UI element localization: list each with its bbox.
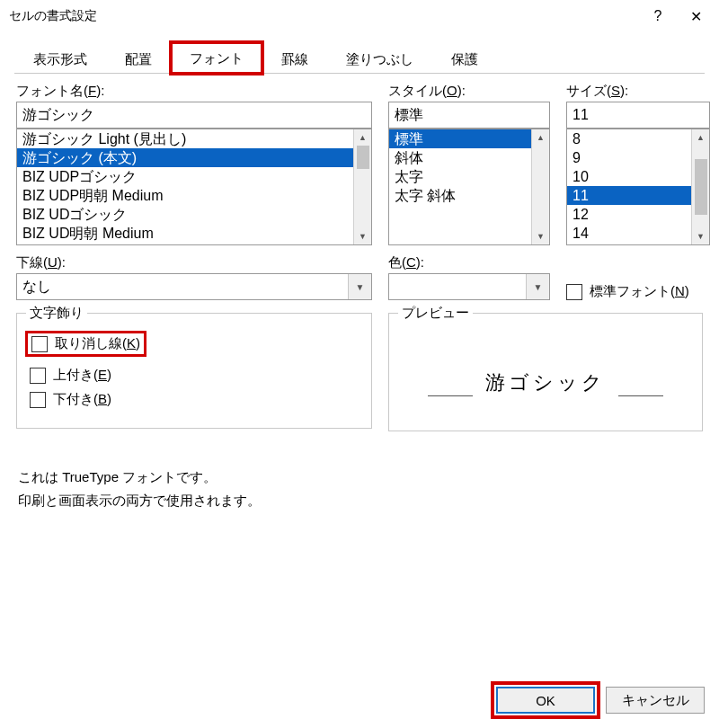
list-item[interactable]: BIZ UDPゴシック (17, 167, 353, 186)
preview-legend: プレビュー (398, 305, 473, 322)
font-name-listbox[interactable]: 游ゴシック Light (見出し) 游ゴシック (本文) BIZ UDPゴシック… (16, 129, 372, 245)
scroll-down-icon[interactable]: ▼ (532, 228, 549, 244)
ok-button[interactable]: OK (496, 687, 595, 714)
scroll-up-icon[interactable]: ▲ (532, 129, 549, 146)
list-item[interactable]: 10 (567, 167, 691, 186)
list-item[interactable]: BIZ UDゴシック (17, 205, 353, 224)
tab-protection[interactable]: 保護 (432, 43, 497, 74)
subscript-checkbox[interactable]: 下付き(B) (30, 391, 359, 408)
tab-border[interactable]: 罫線 (262, 43, 327, 74)
font-name-scrollbar[interactable]: ▲ ▼ (353, 129, 371, 244)
scroll-thumb[interactable] (357, 146, 369, 169)
underline-combobox[interactable]: なし ▼ (16, 273, 372, 300)
tab-number-format[interactable]: 表示形式 (14, 43, 106, 74)
size-input[interactable] (566, 102, 710, 129)
list-item[interactable]: 14 (567, 224, 691, 243)
effects-groupbox: 文字飾り 取り消し線(K) 上付き(E) 下付き(B) (16, 313, 372, 429)
style-input[interactable] (388, 102, 550, 129)
underline-label: 下線(U): (16, 254, 372, 271)
size-listbox[interactable]: 8 9 10 11 12 14 ▲ ▼ (566, 129, 710, 245)
style-label: スタイル(O): (388, 83, 550, 100)
list-item[interactable]: 游ゴシック (本文) (17, 148, 353, 167)
list-item[interactable]: 12 (567, 205, 691, 224)
list-item[interactable]: 游ゴシック Light (見出し) (17, 129, 353, 148)
button-bar: OK キャンセル (496, 687, 705, 714)
list-item[interactable]: 標準 (389, 129, 531, 148)
superscript-checkbox[interactable]: 上付き(E) (30, 367, 359, 384)
font-name-input[interactable] (16, 102, 372, 129)
checkbox-icon (566, 284, 582, 300)
preview-text: 游ゴシック (485, 369, 606, 396)
list-item[interactable]: 8 (567, 129, 691, 148)
list-item[interactable]: 11 (567, 186, 691, 205)
list-item[interactable]: 太字 (389, 167, 531, 186)
list-item[interactable]: BIZ UDP明朝 Medium (17, 186, 353, 205)
style-listbox[interactable]: 標準 斜体 太字 太字 斜体 ▲ ▼ (388, 129, 550, 245)
size-scrollbar[interactable]: ▲ ▼ (691, 129, 709, 244)
tab-alignment[interactable]: 配置 (106, 43, 171, 74)
color-label: 色(C): (388, 254, 550, 271)
strikethrough-checkbox[interactable]: 取り消し線(K) (30, 335, 142, 352)
size-label: サイズ(S): (566, 83, 710, 100)
format-cells-dialog: セルの書式設定 ? ✕ 表示形式 配置 フォント 罫線 塗りつぶし 保護 フォン… (0, 0, 719, 728)
style-scrollbar[interactable]: ▲ ▼ (531, 129, 549, 244)
normal-font-checkbox[interactable]: 標準フォント(N) (566, 283, 689, 300)
scroll-up-icon[interactable]: ▲ (692, 129, 709, 146)
scroll-thumb[interactable] (695, 159, 707, 215)
list-item[interactable]: BIZ UD明朝 Medium (17, 224, 353, 243)
color-combobox[interactable]: ▼ (388, 273, 550, 300)
preview-line-right (618, 395, 663, 396)
cancel-button[interactable]: キャンセル (606, 687, 705, 714)
dialog-title: セルの書式設定 (9, 8, 97, 24)
list-item[interactable]: 9 (567, 148, 691, 167)
preview-groupbox: プレビュー 游ゴシック (388, 313, 703, 431)
tab-font[interactable]: フォント (171, 42, 262, 74)
effects-legend: 文字飾り (26, 305, 87, 322)
checkbox-icon (30, 368, 46, 384)
checkbox-icon (30, 392, 46, 408)
close-icon[interactable]: ✕ (678, 4, 714, 29)
tab-bar: 表示形式 配置 フォント 罫線 塗りつぶし 保護 (14, 41, 705, 74)
scroll-down-icon[interactable]: ▼ (354, 228, 371, 244)
help-icon[interactable]: ? (640, 4, 676, 29)
list-item[interactable]: 斜体 (389, 148, 531, 167)
chevron-down-icon[interactable]: ▼ (348, 274, 371, 299)
font-name-label: フォント名(F): (16, 83, 372, 100)
footer-text: これは TrueType フォントです。 印刷と画面表示の両方で使用されます。 (18, 466, 703, 512)
list-item[interactable]: 太字 斜体 (389, 186, 531, 205)
preview-line-left (428, 395, 473, 396)
titlebar: セルの書式設定 ? ✕ (0, 0, 719, 32)
checkbox-icon (31, 336, 48, 352)
scroll-down-icon[interactable]: ▼ (692, 228, 709, 244)
chevron-down-icon[interactable]: ▼ (526, 274, 549, 299)
tab-fill[interactable]: 塗りつぶし (327, 43, 432, 74)
scroll-up-icon[interactable]: ▲ (354, 129, 371, 146)
